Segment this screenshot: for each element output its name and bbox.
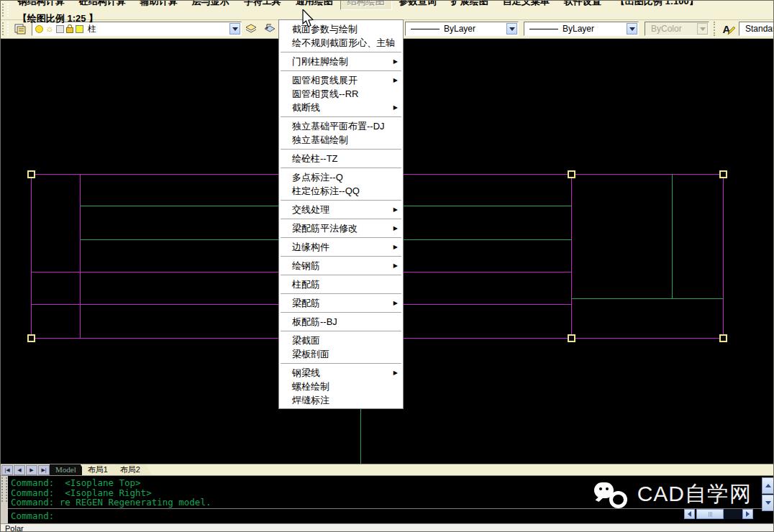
menu-bar: 钢结构计算砼结构计算辅助计算层与显示字符工具通用绘图结构绘图参数查询扩展绘图自定… (1, 1, 774, 20)
menubar-item[interactable]: 【出图比例 1:100】 (609, 0, 706, 10)
status-bar: Polar (1, 523, 774, 532)
status-mode-polar[interactable]: Polar (5, 524, 24, 532)
tab-nav-button[interactable]: ▶| (38, 465, 50, 475)
arrow-right-icon (746, 511, 750, 517)
menu-item[interactable]: 绘钢筋▶ (279, 259, 403, 272)
cad-application-window: 钢结构计算砼结构计算辅助计算层与显示字符工具通用绘图结构绘图参数查询扩展绘图自定… (0, 0, 774, 532)
menubar-item[interactable]: 扩展绘图 (444, 0, 496, 10)
menu-item[interactable]: 柱定位标注--QQ (279, 184, 403, 198)
menu-item-label: 板配筋--BJ (292, 316, 337, 327)
command-vertical-scrollbar[interactable] (762, 477, 774, 512)
menu-item[interactable]: 门刚柱脚绘制▶ (279, 55, 403, 68)
menu-separator (281, 52, 401, 52)
arrow-up-icon (765, 484, 771, 487)
command-history-line: Command: re REGEN Regenerating model. (11, 497, 211, 508)
menubar-item[interactable]: 钢结构计算 (11, 0, 72, 10)
tab-布局2[interactable]: 布局2 (114, 464, 152, 476)
menu-item[interactable]: 梁配筋平法修改▶ (279, 221, 403, 235)
arrow-down-icon (765, 501, 771, 505)
menu-item-label: 独立基础平面布置--DJ (292, 121, 385, 132)
toolbar-grip-handle[interactable] (2, 22, 9, 35)
scrollbar-thumb[interactable] (696, 509, 724, 519)
menu-item-label: 多点标注--Q (292, 172, 343, 183)
menu-item-label: 柱定位标注--QQ (292, 185, 360, 196)
submenu-arrow-icon: ▶ (393, 259, 398, 272)
menu-item[interactable]: 柱配筋 (279, 278, 403, 291)
menu-item[interactable]: 焊缝标注 (279, 393, 403, 407)
menu-item[interactable]: 多点标注--Q (279, 170, 403, 184)
command-horizontal-scrollbar[interactable] (684, 509, 753, 519)
menu-item[interactable]: 边缘构件▶ (279, 240, 403, 254)
menu-item[interactable]: 螺栓绘制 (279, 380, 403, 393)
menu-separator (281, 200, 401, 201)
scroll-up-button[interactable] (762, 477, 774, 494)
menu-separator (281, 293, 401, 294)
menu-item[interactable]: 截断线▶ (279, 101, 403, 114)
menu-item[interactable]: 独立基础平面布置--DJ (279, 119, 403, 133)
menu-item[interactable]: 梁配筋▶ (279, 296, 403, 310)
scroll-left-button[interactable] (684, 509, 695, 519)
submenu-arrow-icon: ▶ (393, 296, 398, 310)
menu-item[interactable]: 截面参数与绘制 (279, 22, 403, 36)
arrow-left-icon (688, 511, 691, 517)
menu-item[interactable]: 钢梁线▶ (279, 366, 403, 380)
menu-item-label: 柱配筋 (292, 279, 320, 290)
menubar-item[interactable]: 通用绘图 (288, 0, 340, 10)
menubar-item[interactable]: 字符工具 (237, 0, 288, 10)
menu-separator (281, 219, 401, 219)
menu-item[interactable]: 交线处理▶ (279, 203, 403, 216)
menu-item-label: 绘砼柱--TZ (292, 153, 338, 164)
menu-item-label: 梁配筋平法修改 (292, 223, 358, 234)
layout-tab-strip: |◀◀▶▶|Model布局1布局2 (1, 464, 774, 476)
scroll-down-button[interactable] (762, 495, 774, 511)
menu-separator (281, 275, 401, 275)
mouse-cursor-icon (302, 9, 315, 31)
command-window[interactable]: Command: <Isoplane Top>Command: <Isoplan… (1, 475, 774, 524)
menu-item-label: 钢梁线 (292, 367, 320, 378)
menubar-item[interactable]: 层与显示 (185, 0, 237, 10)
menu-item[interactable]: 绘不规则截面形心、主轴 (279, 36, 403, 50)
menu-item-label: 梁板剖面 (292, 349, 329, 359)
menu-item[interactable]: 圆管相贯线--RR (279, 87, 403, 101)
chevron-down-icon (509, 27, 515, 31)
watermark: CAD自学网 (594, 480, 752, 509)
wechat-icon (594, 481, 629, 508)
menu-separator (281, 149, 401, 150)
command-window-drag-handle[interactable] (1, 476, 8, 524)
menubar-item[interactable]: 【绘图比例 1:25 】 (11, 10, 105, 27)
scroll-right-button[interactable] (742, 509, 753, 519)
menubar-item[interactable]: 参数查询 (392, 0, 444, 10)
tab-nav-button[interactable]: ▶ (26, 465, 37, 475)
submenu-arrow-icon: ▶ (393, 101, 398, 114)
menu-separator (281, 256, 401, 257)
menubar-item[interactable]: 砼结构计算 (72, 0, 133, 10)
menu-separator (281, 168, 401, 168)
color-line-swatch (411, 29, 440, 29)
menu-item-label: 交线处理 (292, 204, 329, 215)
menu-item[interactable]: 独立基础绘制 (279, 133, 403, 147)
menu-item[interactable]: 板配筋--BJ (279, 315, 403, 329)
menubar-item[interactable]: 软件设置 (557, 0, 609, 10)
structure-draw-menu: 截面参数与绘制绘不规则截面形心、主轴门刚柱脚绘制▶圆管相贯线展开▶圆管相贯线--… (278, 19, 404, 409)
menu-item[interactable]: 圆管相贯线展开▶ (279, 73, 403, 87)
menubar-item[interactable]: 辅助计算 (133, 0, 185, 10)
chevron-down-icon (629, 27, 635, 31)
menu-item[interactable]: 绘砼柱--TZ (279, 152, 403, 165)
layer-unlock-icon[interactable] (66, 27, 73, 33)
tab-nav-button[interactable]: ◀ (14, 465, 25, 475)
menu-item[interactable]: 梁板剖面 (279, 347, 403, 361)
menu-item-label: 焊缝标注 (292, 395, 329, 405)
submenu-arrow-icon: ▶ (393, 73, 398, 87)
submenu-arrow-icon: ▶ (393, 366, 398, 380)
scrollbar-track[interactable] (724, 509, 742, 519)
submenu-arrow-icon: ▶ (393, 221, 398, 235)
toolbar-grip-handle[interactable] (2, 4, 9, 17)
command-input-line[interactable]: Command: (11, 511, 54, 521)
menubar-item-active[interactable]: 结构绘图 (340, 0, 392, 10)
menu-item-label: 绘不规则截面形心、主轴 (292, 37, 395, 48)
menubar-item[interactable]: 自定义菜单 (496, 0, 557, 10)
tab-nav-button[interactable]: |◀ (1, 465, 13, 475)
menu-item[interactable]: 梁截面 (279, 334, 403, 347)
menu-item-label: 圆管相贯线展开 (292, 75, 358, 86)
submenu-arrow-icon: ▶ (393, 55, 398, 68)
